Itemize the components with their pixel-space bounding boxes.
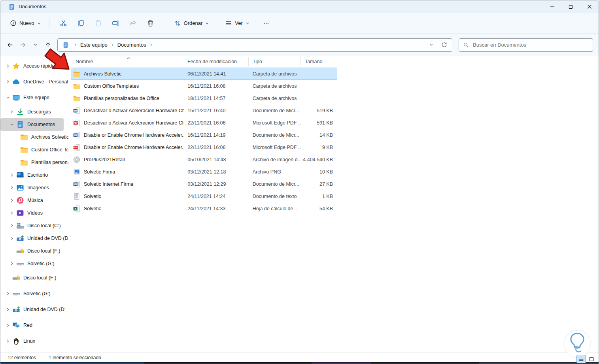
sidebar-item[interactable]: Disco local (F:) — [0, 245, 68, 257]
details-view-button[interactable] — [576, 355, 586, 363]
sidebar-item[interactable]: Descargas — [0, 106, 68, 118]
paste-button[interactable] — [90, 16, 107, 30]
sidebar-item-label: Vídeos — [27, 210, 43, 216]
sidebar-item[interactable]: Unidad de DVD (D:) — [0, 232, 68, 245]
chevron-right-icon[interactable] — [8, 235, 15, 242]
status-bar: 12 elementos 1 elemento seleccionado — [0, 353, 599, 362]
chevron-right-icon[interactable] — [8, 260, 15, 267]
thumbnail-view-button[interactable] — [587, 355, 596, 363]
titlebar: Documentos — [0, 0, 599, 13]
sidebar-item[interactable]: Escritorio — [0, 169, 68, 181]
sidebar-item[interactable]: OneDrive - Personal — [0, 74, 68, 90]
table-row[interactable]: W Disable or Enable Chrome Hardware Acce… — [71, 129, 337, 141]
sidebar-item[interactable]: Este equipo — [0, 90, 68, 106]
column-header-tamano[interactable]: Tamaño — [301, 57, 337, 66]
sidebar-item-label: Imágenes — [27, 185, 49, 190]
search-input[interactable] — [473, 42, 589, 48]
table-row[interactable]: Plantillas personalizadas de Office 18/1… — [71, 92, 337, 104]
breadcrumb-documentos[interactable]: Documentos — [116, 42, 148, 48]
refresh-button[interactable] — [441, 42, 447, 48]
chevron-right-icon[interactable] — [4, 78, 11, 85]
file-date: 15/11/2021 16:40 — [184, 108, 249, 113]
chevron-right-icon[interactable] — [4, 338, 11, 345]
forward-button[interactable] — [16, 39, 29, 51]
file-name: Solvetic Internet Firma — [84, 181, 133, 187]
up-button[interactable] — [42, 39, 54, 51]
sidebar-item[interactable]: Vídeos — [0, 207, 68, 219]
file-size: 9 KB — [300, 145, 337, 150]
sidebar-item[interactable]: Solvetic (G:) — [0, 257, 68, 270]
chevron-right-icon[interactable] — [4, 62, 11, 70]
paste-icon — [94, 19, 102, 27]
sidebar-item[interactable]: Disco local (C:) — [0, 219, 68, 232]
file-date: 16/11/2021 16:08 — [184, 83, 249, 89]
sidebar-item[interactable]: Imágenes — [0, 181, 68, 194]
close-button[interactable] — [580, 0, 599, 13]
image-icon — [73, 168, 80, 175]
copy-button[interactable] — [72, 16, 90, 30]
table-row[interactable]: Archivos Solvetic 06/12/2021 14:41 Carpe… — [71, 68, 337, 80]
column-header-fecha[interactable]: Fecha de modificación — [184, 57, 249, 66]
table-row[interactable]: W Desactivar o Activar Aceleracion Hardw… — [71, 104, 337, 117]
chevron-down-icon[interactable] — [8, 121, 15, 128]
chevron-right-icon[interactable] — [4, 306, 11, 313]
search-box — [459, 38, 593, 52]
minimize-button[interactable] — [543, 0, 561, 13]
share-button[interactable] — [125, 16, 142, 30]
arrow-right-icon — [19, 41, 26, 48]
chevron-right-icon[interactable] — [8, 184, 15, 191]
document-icon — [16, 121, 24, 128]
sidebar-item[interactable]: Custom Office Templates — [0, 143, 68, 156]
address-dropdown-button[interactable] — [429, 43, 433, 47]
chevron-down-icon[interactable] — [4, 94, 11, 101]
sidebar-item[interactable]: Disco local (F:) — [0, 270, 68, 286]
maximize-button[interactable] — [561, 0, 580, 13]
chevron-right-icon[interactable] — [4, 290, 11, 297]
sidebar-item[interactable]: Solvetic (G:) — [0, 286, 68, 302]
sidebar-item-label: Documentos — [27, 122, 55, 127]
chevron-right-icon[interactable] — [8, 197, 15, 204]
sort-button[interactable]: Ordenar — [171, 16, 213, 30]
sidebar-item[interactable]: Unidad de DVD (D: — [0, 302, 68, 317]
table-row[interactable]: Solvetic Firma 03/12/2021 12:18 Archivo … — [71, 166, 337, 178]
window-controls — [543, 0, 599, 13]
table-row[interactable]: W Solvetic Internet Firma 03/12/2021 12:… — [71, 178, 337, 190]
arrow-up-icon — [45, 41, 51, 48]
breadcrumb-este-equipo[interactable]: Este equipo — [79, 42, 109, 48]
sidebar-item[interactable]: Música — [0, 194, 68, 207]
sidebar-item-label: Música — [27, 198, 43, 203]
delete-button[interactable] — [142, 16, 159, 30]
sidebar-item[interactable]: Documentos — [0, 118, 64, 131]
table-row[interactable]: Custom Office Templates 16/11/2021 16:08… — [71, 80, 337, 92]
cut-button[interactable] — [55, 16, 72, 30]
file-size: 4.404.540 KB — [300, 157, 337, 162]
recent-locations-button[interactable] — [29, 39, 42, 51]
chevron-down-icon — [33, 43, 38, 47]
chevron-right-icon[interactable] — [8, 172, 15, 179]
new-button[interactable]: Nuevo — [8, 16, 43, 30]
rename-button[interactable] — [107, 16, 125, 30]
table-row[interactable]: PDF Desactivar o Activar Aceleracion Har… — [71, 117, 337, 129]
table-row[interactable]: Solvetic 24/11/2021 14:24 Documento de t… — [71, 190, 337, 202]
breadcrumb[interactable]: Este equipo Documentos — [57, 38, 452, 52]
table-row[interactable]: ProPlus2021Retail 05/10/2021 14:48 Archi… — [71, 153, 337, 166]
view-button[interactable]: Ver — [222, 16, 253, 30]
file-name: Solvetic — [84, 206, 101, 211]
sidebar-item-label: Este equipo — [23, 95, 49, 100]
file-name: Solvetic Firma — [84, 169, 115, 175]
more-options-button[interactable] — [258, 16, 274, 30]
table-row[interactable]: X Solvetic 24/11/2021 14:33 Hoja de cálc… — [71, 202, 337, 215]
sidebar-item[interactable]: Archivos Solvetic — [0, 131, 68, 143]
chevron-right-icon[interactable] — [8, 222, 15, 229]
sidebar-item[interactable]: Acceso rápido — [0, 58, 68, 74]
chevron-right-icon[interactable] — [4, 322, 11, 329]
chevron-right-icon[interactable] — [8, 209, 15, 217]
back-button[interactable] — [4, 39, 16, 51]
sidebar-item[interactable]: Plantillas personalizadas de Office — [0, 156, 68, 169]
sidebar-item[interactable]: Linux — [0, 333, 68, 349]
column-header-tipo[interactable]: Tipo — [249, 57, 301, 66]
table-row[interactable]: PDF Disable or Enable Chrome Hardware Ac… — [71, 141, 337, 153]
sidebar-item[interactable]: Red — [0, 317, 68, 333]
thumbnail-view-icon — [589, 356, 594, 362]
chevron-right-icon[interactable] — [8, 108, 15, 115]
